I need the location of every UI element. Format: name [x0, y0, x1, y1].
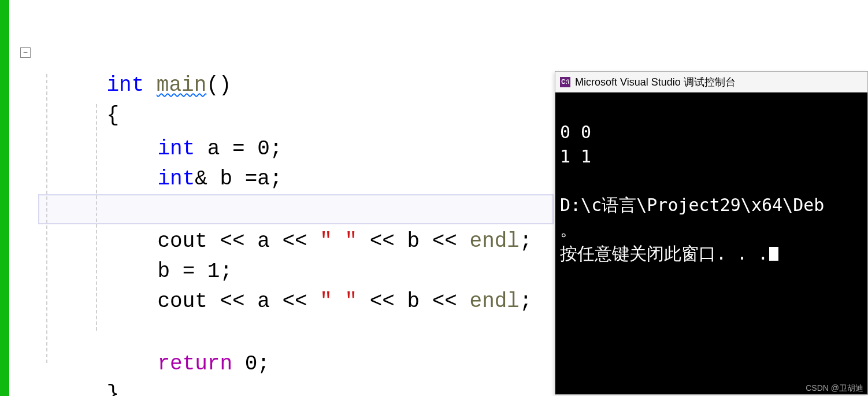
code-line: return 0;	[107, 319, 270, 349]
watermark: CSDN @卫胡迪	[806, 383, 863, 394]
console-title: Microsoft Visual Studio 调试控制台	[575, 75, 736, 89]
endl: endl	[470, 230, 520, 253]
ampersand: &	[195, 167, 207, 191]
function-name: main	[157, 73, 206, 97]
output-line: 1 1	[560, 146, 591, 166]
console-titlebar[interactable]: C:\ Microsoft Visual Studio 调试控制台	[555, 72, 867, 92]
cursor-icon	[769, 247, 778, 261]
code-line: }	[57, 349, 119, 379]
output-line: 0 0	[560, 122, 591, 142]
keyword-return: return	[157, 352, 232, 376]
assign-a: =a;	[232, 167, 282, 191]
code-line: int& b =a;	[107, 134, 282, 164]
endl: endl	[470, 290, 520, 313]
brace-close: }	[106, 382, 119, 396]
cout: cout	[157, 290, 207, 313]
variable-b: b	[220, 167, 232, 191]
code-line: cout << a << " " << b << endl;	[107, 197, 532, 227]
code-editor[interactable]: int main() { int a = 0; int& b =a; cout …	[17, 0, 555, 396]
console-output[interactable]: 0 0 1 1 D:\c语言\Project29\x64\Deb 。 按任意键关…	[555, 92, 867, 294]
code-line: int a = 0;	[107, 104, 282, 134]
change-marker-bar	[0, 0, 9, 396]
code-line: cout << a << " " << b << endl;	[107, 257, 532, 287]
code-line: int main()	[57, 40, 231, 71]
string-literal: " "	[320, 230, 357, 253]
string-literal: " "	[320, 290, 357, 313]
debug-console-window[interactable]: C:\ Microsoft Visual Studio 调试控制台 0 0 1 …	[555, 71, 868, 395]
parens: ()	[206, 73, 231, 97]
keyword-int: int	[157, 167, 195, 191]
output-path: D:\c语言\Project29\x64\Deb	[560, 195, 824, 215]
code-line: {	[57, 71, 119, 101]
output-line: 。	[560, 219, 577, 239]
press-any-key: 按任意键关闭此窗口. . .	[560, 243, 768, 264]
vs-console-icon: C:\	[560, 77, 570, 87]
code-line: b = 1;	[107, 227, 232, 257]
